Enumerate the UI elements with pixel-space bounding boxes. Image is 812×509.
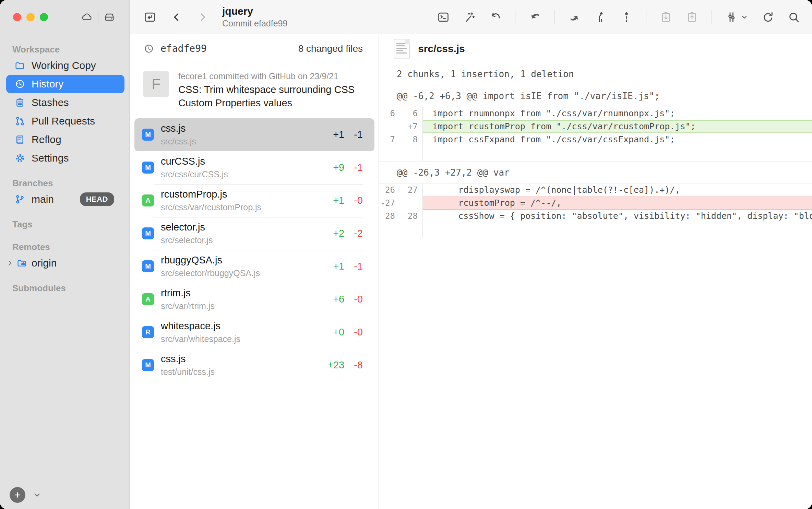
add-repository-button[interactable] (10, 487, 25, 503)
file-row[interactable]: A rtrim.js src/var/rtrim.js +6-0 (130, 283, 379, 316)
sidebar-item-stashes[interactable]: Stashes (0, 93, 129, 112)
view-options-control[interactable] (725, 11, 748, 24)
added-count: +23 (327, 359, 344, 371)
hunk-header: @@ -26,3 +27,2 @@ var (379, 162, 812, 184)
chevron-down-icon[interactable] (32, 490, 42, 500)
file-path: src/css.js (161, 137, 196, 146)
file-row[interactable]: M curCSS.js src/css/curCSS.js +9-1 (130, 151, 379, 184)
old-line-number: 6 (379, 107, 400, 120)
section-label-remotes: Remotes (0, 240, 129, 254)
sidebar-item-remote-origin[interactable]: origin (0, 254, 129, 272)
discard-arrow-icon[interactable] (489, 11, 502, 24)
commit-message: CSS: Trim whitespace surrounding CSS Cus… (178, 83, 368, 110)
file-row[interactable]: R whitespace.js src/var/whitespace.js +0… (130, 316, 379, 349)
quick-launch-wand-icon[interactable] (463, 11, 476, 24)
traffic-lights (13, 13, 48, 21)
commit-author-line: fecore1 committed with GitHub on 23/9/21 (178, 71, 368, 81)
code-text: import rcustomProp from "./css/var/rcust… (423, 120, 812, 133)
stash-apply-icon[interactable] (685, 11, 698, 24)
folder-cloud-icon (16, 258, 27, 269)
chevron-right-icon[interactable] (5, 259, 14, 268)
removed-count: -0 (354, 294, 363, 305)
new-line-number (400, 197, 423, 210)
removed-count: -1 (354, 162, 363, 173)
status-badge-modified: M (142, 129, 154, 141)
file-name: rbuggyQSA.js (161, 254, 260, 266)
commit-sha: efadfe99 (160, 43, 207, 54)
git-branch-icon (14, 194, 25, 205)
added-count: +1 (333, 261, 344, 272)
file-path: test/unit/css.js (161, 367, 215, 377)
local-drive-icon[interactable] (103, 11, 116, 23)
file-row[interactable]: M css.js test/unit/css.js +23-8 (130, 349, 379, 382)
push-icon[interactable] (568, 11, 581, 24)
added-count: +0 (333, 327, 344, 338)
sidebar-item-label: Working Copy (32, 60, 96, 71)
repo-switcher-icon[interactable] (143, 11, 156, 24)
file-name: css.js (161, 353, 215, 365)
sidebar-item-label: Reflog (32, 134, 61, 145)
window-subtitle: Commit efadfe99 (222, 19, 287, 28)
pull-icon[interactable] (528, 11, 541, 24)
code-text: import rnumnonpx from "./css/var/rnumnon… (423, 107, 812, 120)
section-label-branches: Branches (0, 176, 129, 190)
cloud-icon[interactable] (81, 11, 93, 23)
toolbar-divider (712, 10, 712, 24)
sidebar-item-label: Stashes (32, 97, 69, 108)
added-count: +6 (333, 294, 344, 305)
diff-line-context: 6 6 import rnumnonpx from "./css/var/rnu… (379, 107, 812, 120)
clock-history-icon (14, 79, 25, 90)
sliders-icon (725, 11, 738, 24)
sidebar-item-pull-requests[interactable]: Pull Requests (0, 112, 129, 130)
old-line-number: -27 (379, 197, 400, 210)
new-line-number: 27 (400, 184, 423, 197)
diff-hunk: 6 6 import rnumnonpx from "./css/var/rnu… (379, 107, 812, 162)
file-row[interactable]: M css.js src/css.js +1-1 (134, 118, 374, 151)
code-text: rdisplayswap = /^(none|table(?!-c[ea]).+… (423, 184, 812, 197)
section-label-submodules: Submodules (0, 281, 129, 295)
old-line-number: 26 (379, 184, 400, 197)
fetch-refresh-icon[interactable] (761, 11, 774, 24)
search-icon[interactable] (787, 11, 800, 24)
removed-count: -8 (354, 359, 363, 371)
file-row[interactable]: M selector.js src/selector.js +2-2 (130, 217, 379, 250)
removed-count: -0 (354, 195, 363, 206)
gear-icon (14, 153, 25, 164)
minimize-window-button[interactable] (26, 13, 35, 21)
added-count: +1 (333, 129, 344, 140)
removed-count: -2 (354, 228, 363, 239)
sidebar-item-branch-main[interactable]: main HEAD (0, 190, 129, 209)
merge-icon[interactable] (594, 11, 607, 24)
rebase-icon[interactable] (620, 11, 633, 24)
diff-hunk: 26 27 rdisplayswap = /^(none|table(?!-c[… (379, 184, 812, 238)
file-path: src/selector/rbuggyQSA.js (161, 268, 260, 278)
file-name: rtrim.js (161, 287, 215, 299)
close-window-button[interactable] (13, 13, 21, 21)
remote-name: origin (32, 257, 57, 269)
sidebar-item-working-copy[interactable]: Working Copy (0, 56, 129, 75)
status-badge-modified: M (142, 359, 154, 371)
terminal-icon[interactable] (437, 11, 450, 24)
stash-save-icon[interactable] (659, 11, 672, 24)
forward-icon[interactable] (197, 11, 208, 23)
code-text: rcustomProp = /^--/, (423, 197, 812, 210)
sidebar-titlebar (0, 0, 129, 34)
old-line-number: 28 (379, 210, 400, 223)
removed-count: -1 (354, 261, 363, 272)
sidebar-item-reflog[interactable]: Reflog (0, 130, 129, 149)
sidebar-item-history[interactable]: History (6, 75, 124, 93)
commit-panel-header: efadfe99 8 changed files (130, 34, 379, 63)
file-row[interactable]: M rbuggyQSA.js src/selector/rbuggyQSA.js… (130, 250, 379, 283)
commit-summary: F fecore1 committed with GitHub on 23/9/… (130, 63, 379, 117)
removed-count: -1 (354, 129, 363, 140)
zoom-window-button[interactable] (40, 13, 48, 21)
section-label-workspace: Workspace (0, 43, 129, 56)
new-line-number: 6 (400, 107, 423, 120)
sidebar-item-settings[interactable]: Settings (0, 149, 129, 167)
changed-file-list: M css.js src/css.js +1-1 M curCSS.js src… (130, 117, 379, 509)
main-area: jquery Commit efadfe99 (130, 0, 812, 509)
diff-summary: 2 chunks, 1 insertion, 1 deletion (379, 63, 812, 85)
file-row[interactable]: A rcustomProp.js src/css/var/rcustomProp… (130, 184, 379, 217)
added-count: +1 (333, 195, 344, 206)
back-icon[interactable] (171, 11, 182, 23)
